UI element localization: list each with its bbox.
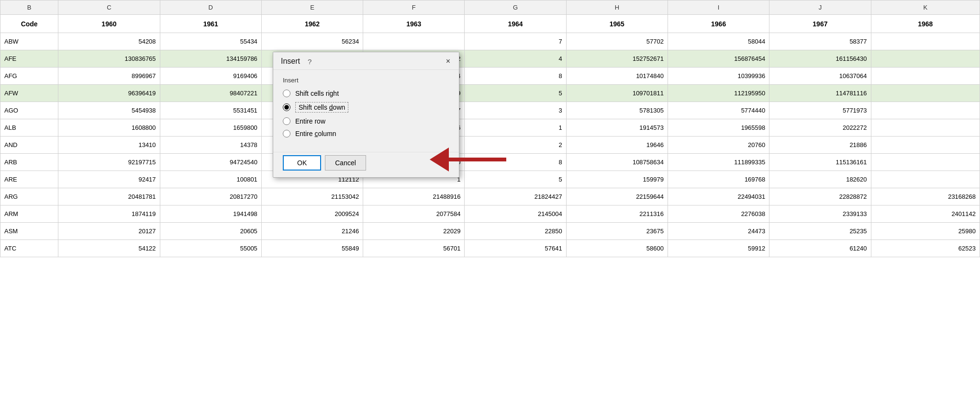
cell-value: 62523 [871,240,980,257]
cell-value: 5531451 [160,102,261,119]
cell-code: AND [0,137,58,154]
radio-shift-down-input[interactable] [283,103,290,111]
cell-value: 114781116 [769,85,871,102]
cell-value: 25980 [871,223,980,240]
year-1967: 1967 [769,15,871,33]
code-header: Code [0,15,58,33]
insert-dialog: Insert ? × Insert Shift cells right Shif… [273,52,459,178]
radio-shift-right[interactable]: Shift cells right [283,90,449,97]
cell-value: 21824427 [465,188,566,205]
dialog-titlebar: Insert ? × [273,52,459,70]
cell-value: 23675 [566,223,668,240]
col-header-c: C [58,0,160,15]
year-1964: 1964 [465,15,566,33]
cell-value: 1965598 [668,119,769,137]
cell-value: 20760 [668,137,769,154]
radio-entire-col[interactable]: Entire column [283,130,449,137]
cell-value [871,171,980,188]
radio-shift-right-input[interactable] [283,90,290,97]
cell-code: ARM [0,205,58,223]
cell-value: 55849 [261,240,363,257]
table-row: ARG2048178120817270211530422148891621824… [0,188,980,205]
shift-down-underline: d [329,103,333,111]
radio-group: Shift cells right Shift cells down Entir… [283,90,449,137]
cell-value: 5454938 [58,102,160,119]
cell-value: 2 [465,137,566,154]
table-row: AGO5454938553145156084995673578130557744… [0,102,980,119]
cell-value: 130836765 [58,50,160,68]
year-header-row: Code 1960 1961 1962 1963 1964 1965 1966 … [0,15,980,33]
table-row: ARE9241710080111211215159979169768182620 [0,171,980,188]
cell-value: 94724540 [160,154,261,171]
cell-value [871,68,980,85]
cell-value: 100801 [160,171,261,188]
table-row: ASM2012720605212462202922850236752447325… [0,223,980,240]
cell-value [871,154,980,171]
cell-value: 5 [465,171,566,188]
cell-value: 8 [465,68,566,85]
cell-value [871,137,980,154]
table-row: ARB9219771594724540973344381000810875863… [0,154,980,171]
cell-value: 2009524 [261,205,363,223]
dialog-title: Insert [281,57,300,66]
cell-value: 22159644 [566,188,668,205]
cell-value: 22494031 [668,188,769,205]
cell-value: 9169406 [160,68,261,85]
cell-value: 24473 [668,223,769,240]
cell-value: 182620 [769,171,871,188]
col-header-e: E [261,0,363,15]
table-row: AFE1308367651341597861376146441412415275… [0,50,980,68]
radio-shift-down[interactable]: Shift cells down [283,102,449,113]
cell-value: 2022272 [769,119,871,137]
col-header-g: G [465,0,566,15]
cell-value: 57702 [566,33,668,50]
table-row: ABW5420855434562347577025804458377 [0,33,980,50]
cell-value: 5771973 [769,102,871,119]
cell-value: 21153042 [261,188,363,205]
col-header-j: J [769,0,871,15]
cell-value: 55005 [160,240,261,257]
col-header-d: D [160,0,261,15]
table-row: AFW9639641998407221100506960102695109701… [0,85,980,102]
cell-code: ARE [0,171,58,188]
cell-code: ABW [0,33,58,50]
cell-value: 1 [465,119,566,137]
cell-code: ARG [0,188,58,205]
dialog-close-button[interactable]: × [443,56,453,67]
ok-button[interactable]: OK [283,155,321,171]
cell-value: 22850 [465,223,566,240]
cell-value: 8996967 [58,68,160,85]
cell-value: 10637064 [769,68,871,85]
cell-value [871,119,980,137]
col-header-i: I [668,0,769,15]
cell-value [363,33,465,50]
cell-code: ARB [0,154,58,171]
cell-value: 109701811 [566,85,668,102]
cell-value: 115136161 [769,154,871,171]
table-row: ARM1874119194149820095242077584214500422… [0,205,980,223]
cell-value: 1608800 [58,119,160,137]
cell-value: 169768 [668,171,769,188]
radio-entire-row-input[interactable] [283,117,290,125]
cell-value: 8 [465,154,566,171]
radio-shift-down-label: Shift cells down [295,102,348,113]
cell-value: 22828872 [769,188,871,205]
radio-entire-row[interactable]: Entire row [283,117,449,125]
radio-entire-col-input[interactable] [283,130,290,137]
cell-value: 98407221 [160,85,261,102]
cell-code: AGO [0,102,58,119]
cell-value: 134159786 [160,50,261,68]
cell-value: 161156430 [769,50,871,68]
cell-value: 54208 [58,33,160,50]
cell-value: 58377 [769,33,871,50]
cell-value: 21246 [261,223,363,240]
cell-value: 20605 [160,223,261,240]
cell-value: 5774440 [668,102,769,119]
cell-value: 1874119 [58,205,160,223]
cell-value: 2339133 [769,205,871,223]
cancel-button[interactable]: Cancel [325,155,366,171]
dialog-help-button[interactable]: ? [308,57,312,66]
cell-value: 92197715 [58,154,160,171]
cell-value [871,85,980,102]
year-1966: 1966 [668,15,769,33]
